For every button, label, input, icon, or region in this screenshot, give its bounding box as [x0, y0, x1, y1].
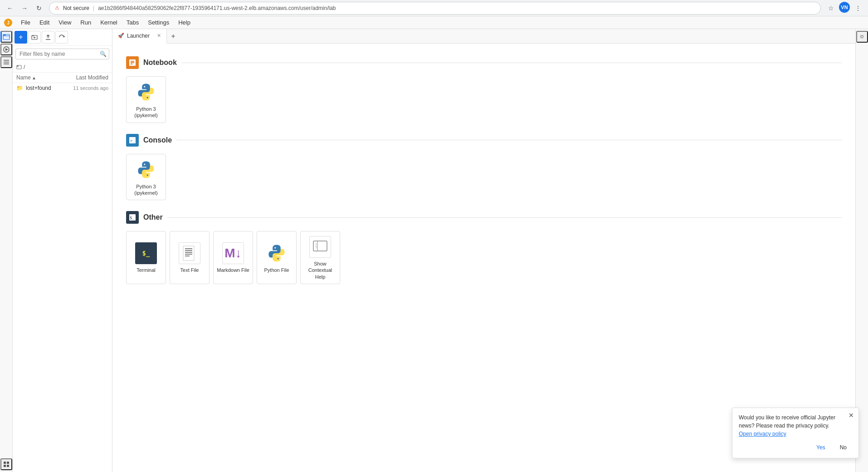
new-folder-button[interactable] [28, 31, 41, 44]
markdown-icon: M↓ [222, 242, 244, 264]
text-file-icon [179, 242, 200, 264]
sidebar-commands-button[interactable] [0, 56, 12, 68]
not-secure-label: Not secure [63, 5, 89, 11]
address-bar[interactable]: ⚠ Not secure | ae1b2866f948440a58259062f… [49, 2, 821, 15]
list-item[interactable]: 📁 lost+found 11 seconds ago [13, 83, 112, 93]
svg-rect-41 [313, 241, 327, 251]
python-file-card-icon [266, 242, 288, 264]
notification-message: Would you like to receive official Jupyt… [739, 413, 852, 438]
console-section-icon: >_ [126, 134, 139, 147]
upload-button[interactable] [42, 31, 54, 44]
contextual-help-icon [309, 236, 331, 258]
svg-rect-10 [4, 462, 6, 464]
breadcrumb: / [13, 62, 112, 73]
python3-notebook-label: Python 3 (ipykernel) [129, 106, 163, 119]
app-layout: + 🔍 / Name ▲ Last Modified [0, 29, 868, 472]
other-section-icon: $_ [126, 211, 139, 224]
python3-console-label: Python 3 (ipykernel) [129, 183, 163, 197]
python3-console-card[interactable]: Python 3 (ipykernel) [126, 154, 166, 201]
file-list-header: Name ▲ Last Modified [13, 73, 112, 83]
svg-text:J: J [7, 20, 10, 25]
right-sidebar: ⛭ [855, 29, 868, 472]
menu-edit[interactable]: Edit [35, 17, 54, 28]
menu-kernel[interactable]: Kernel [96, 17, 122, 28]
svg-point-30 [147, 174, 148, 176]
text-file-label: Text File [180, 267, 199, 273]
svg-point-40 [278, 258, 279, 260]
svg-rect-12 [4, 465, 6, 467]
profile-button[interactable]: VN [839, 2, 850, 13]
svg-rect-13 [7, 465, 9, 467]
menu-help[interactable]: Help [174, 17, 195, 28]
more-button[interactable]: ⋮ [852, 2, 864, 15]
svg-point-39 [274, 247, 276, 249]
column-name-header[interactable]: Name ▲ [16, 74, 59, 81]
add-tab-button[interactable]: + [167, 30, 180, 43]
refresh-button[interactable] [55, 31, 68, 44]
sidebar-extension-button[interactable] [0, 458, 12, 470]
python-file-label: Python File [264, 267, 289, 273]
tab-close-button[interactable]: ✕ [157, 33, 161, 39]
svg-rect-33 [183, 246, 194, 261]
console-section-title: Console [143, 136, 172, 144]
other-section-title: Other [143, 213, 163, 221]
new-launcher-button[interactable]: + [15, 31, 27, 44]
security-icon: ⚠ [55, 5, 59, 11]
contextual-help-label: Show Contextual Help [303, 261, 337, 280]
svg-rect-11 [7, 462, 9, 464]
markdown-file-label: Markdown File [217, 267, 249, 273]
privacy-policy-link[interactable]: Open privacy policy [739, 431, 786, 437]
main-area: 🚀 Launcher ✕ + Notebook [112, 29, 855, 472]
markdown-file-icon: M↓ [222, 242, 244, 264]
right-sidebar-property-button[interactable]: ⛭ [856, 31, 868, 43]
contextual-icon-graphic [309, 236, 331, 258]
menu-tabs[interactable]: Tabs [122, 17, 143, 28]
svg-point-29 [144, 163, 145, 165]
other-section-header: $_ Other [126, 211, 842, 224]
svg-text:$_: $_ [130, 216, 135, 220]
notebook-cards-row: Python 3 (ipykernel) [126, 76, 842, 123]
folder-icon: 📁 [16, 85, 23, 91]
bookmark-button[interactable]: ☆ [824, 2, 837, 15]
browser-action-buttons: ☆ VN ⋮ [824, 2, 864, 15]
notification-popup: ✕ Would you like to receive official Jup… [732, 408, 859, 458]
search-box: 🔍 [15, 49, 109, 59]
notebook-divider [181, 63, 842, 63]
sidebar-files-button[interactable] [0, 31, 12, 43]
python-console-icon [135, 159, 157, 181]
back-button[interactable]: ← [4, 2, 16, 15]
forward-button[interactable]: → [18, 2, 31, 15]
text-file-card[interactable]: Text File [170, 231, 210, 284]
sidebar-running-button[interactable] [0, 44, 12, 55]
markdown-m-symbol: M↓ [224, 246, 241, 261]
svg-text:>_: >_ [130, 138, 135, 143]
file-toolbar: + [13, 29, 112, 46]
sidebar-icon-panel [0, 29, 13, 472]
python3-notebook-card[interactable]: Python 3 (ipykernel) [126, 76, 166, 123]
text-icon [179, 242, 200, 264]
file-browser-panel: + 🔍 / Name ▲ Last Modified [13, 29, 112, 472]
reload-button[interactable]: ↻ [33, 2, 45, 15]
notification-actions: Yes No [739, 442, 852, 452]
column-modified-header[interactable]: Last Modified [59, 74, 108, 81]
terminal-card[interactable]: $_ Terminal [126, 231, 166, 284]
notification-yes-button[interactable]: Yes [811, 442, 831, 452]
menu-view[interactable]: View [54, 17, 76, 28]
svg-point-25 [144, 86, 145, 87]
notification-close-button[interactable]: ✕ [848, 412, 854, 419]
menu-settings[interactable]: Settings [143, 17, 174, 28]
console-section-header: >_ Console [126, 134, 842, 147]
menu-run[interactable]: Run [76, 17, 96, 28]
menu-file[interactable]: File [16, 17, 35, 28]
python-file-card[interactable]: Python File [257, 231, 297, 284]
markdown-file-card[interactable]: M↓ Markdown File [213, 231, 253, 284]
terminal-icon: $_ [135, 242, 157, 264]
search-input[interactable] [15, 49, 109, 59]
console-divider [176, 140, 842, 140]
other-divider [167, 217, 842, 218]
url-display: ae1b2866f948440a58259062fe22f877-1935964… [98, 5, 336, 11]
tab-launcher[interactable]: 🚀 Launcher ✕ [112, 29, 167, 44]
notification-no-button[interactable]: No [834, 442, 852, 452]
tab-label: Launcher [127, 33, 150, 39]
contextual-help-card[interactable]: Show Contextual Help [300, 231, 340, 284]
